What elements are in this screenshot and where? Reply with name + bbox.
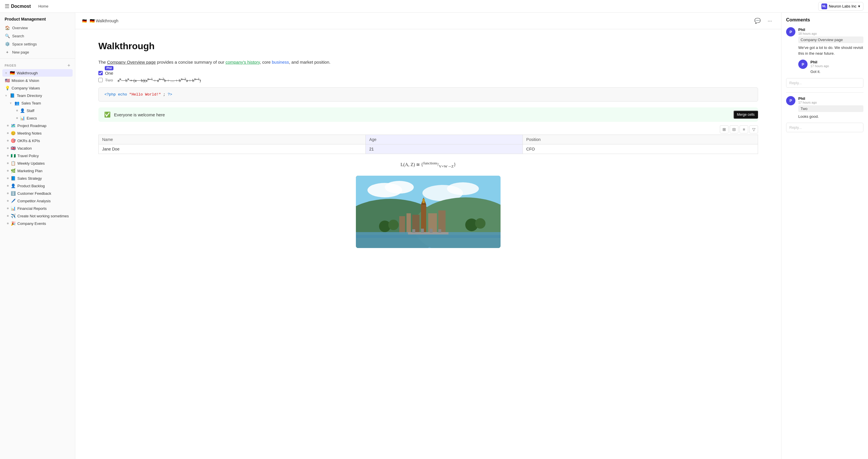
sidebar-search[interactable]: 🔍 Search bbox=[2, 32, 73, 40]
sidebar-item-customer-feedback[interactable]: ℹ️ Customer Feedback bbox=[2, 189, 73, 197]
bullet-icon bbox=[7, 200, 9, 202]
expand-icon: ▼ bbox=[5, 71, 7, 75]
events-icon: 🎉 bbox=[10, 221, 16, 226]
sidebar-item-competitor-analysis[interactable]: 🖊️ Competitor Analysis bbox=[2, 197, 73, 205]
sidebar-item-sales-team[interactable]: ▼ 👥 Sales Team bbox=[2, 99, 73, 107]
code-semicolon: ; bbox=[163, 92, 168, 97]
table-icon-grid[interactable]: ⊞ bbox=[720, 125, 728, 133]
business-link[interactable]: business bbox=[272, 60, 289, 65]
phil-tag: Phil bbox=[105, 66, 114, 70]
comment-1-reply: P Phil 17 hours ago Got it. bbox=[798, 60, 863, 75]
checkbox-one[interactable] bbox=[98, 71, 103, 75]
reply-input-1[interactable]: Reply... bbox=[786, 78, 863, 88]
sidebar-item-values[interactable]: 💡 Company Values bbox=[2, 84, 73, 92]
sidebar-new-page[interactable]: + New page bbox=[2, 48, 73, 56]
settings-label: Space settings bbox=[12, 42, 37, 46]
comment-button[interactable]: 💬 bbox=[752, 16, 763, 26]
sidebar-divider bbox=[0, 58, 75, 59]
sidebar-settings[interactable]: ⚙️ Space settings bbox=[2, 40, 73, 48]
sidebar-item-walkthrough[interactable]: ▼ 🇩🇪 Walkthrough bbox=[2, 69, 73, 77]
company-history-link[interactable]: company's history bbox=[225, 60, 259, 65]
callout-green: ✅ Everyone is welcome here bbox=[98, 108, 758, 122]
workspace-name: Neuron Labs Inc bbox=[829, 4, 857, 8]
topbar-right: NL Neuron Labs Inc ▾ bbox=[818, 2, 863, 11]
company-overview-link[interactable]: Company Overview page bbox=[107, 60, 156, 65]
check-circle-icon: ✅ bbox=[104, 112, 111, 118]
sidebar-item-travel-policy[interactable]: 🇳🇬 Travel Policy bbox=[2, 152, 73, 159]
sidebar-item-staff[interactable]: 👤 Staff bbox=[2, 107, 73, 114]
sidebar-item-weekly-updates[interactable]: 📋 Weekly Updates bbox=[2, 159, 73, 167]
reply-input-2[interactable]: Reply... bbox=[786, 123, 863, 132]
svg-rect-15 bbox=[356, 232, 500, 248]
sidebar-item-marketing-plan[interactable]: 🌿 Marketing Plan bbox=[2, 167, 73, 175]
bullet-icon bbox=[16, 117, 18, 119]
sidebar-item-team-directory[interactable]: ▼ 📘 Team Directory bbox=[2, 92, 73, 99]
checkbox-two[interactable] bbox=[98, 78, 103, 82]
col-header-age: Age bbox=[366, 135, 523, 145]
sidebar-item-sales-strategy[interactable]: 📘 Sales Strategy bbox=[2, 175, 73, 182]
feedback-icon: ℹ️ bbox=[10, 191, 16, 196]
sidebar-actions: 🏠 Overview 🔍 Search ⚙️ Space settings + … bbox=[0, 24, 75, 56]
sidebar-toggle-icon[interactable]: ☰ bbox=[5, 3, 9, 9]
mission-label: Mission & Vision bbox=[11, 79, 39, 83]
sidebar-pages: ▼ 🇩🇪 Walkthrough 🇺🇸 Mission & Vision 💡 C… bbox=[0, 69, 75, 227]
comment-text-1: We've got a lot to do. We should revisit… bbox=[798, 45, 863, 56]
sidebar: Product Management 🏠 Overview 🔍 Search ⚙… bbox=[0, 13, 75, 459]
sidebar-item-financial-reports[interactable]: 📊 Financial Reports bbox=[2, 205, 73, 212]
sidebar-item-product-backlog[interactable]: 👤 Product Backlog bbox=[2, 182, 73, 189]
doc-image bbox=[356, 176, 500, 248]
comment-body-1r: Phil 17 hours ago Got it. bbox=[810, 60, 863, 75]
comment-highlight-1: Company Overview page bbox=[798, 36, 863, 43]
doc-intro: The Company Overview page provides a con… bbox=[98, 58, 758, 66]
table-icon-rows[interactable]: ≡ bbox=[740, 125, 748, 133]
marketing-icon: 🌿 bbox=[10, 169, 16, 173]
cell-age: 21 bbox=[366, 145, 523, 154]
sidebar-item-mission[interactable]: 🇺🇸 Mission & Vision bbox=[2, 77, 73, 84]
bullet-icon bbox=[7, 215, 9, 217]
sidebar-item-project-roadmap[interactable]: 🗺️ Project Roadmap bbox=[2, 122, 73, 129]
space-title: Product Management bbox=[0, 13, 75, 24]
table-icon-filter[interactable]: ▽ bbox=[749, 125, 758, 133]
table-icon-columns[interactable]: ⊟ bbox=[730, 125, 738, 133]
execs-icon: 📊 bbox=[20, 116, 25, 120]
svg-point-4 bbox=[447, 182, 479, 195]
pages-section-label: Pages + bbox=[0, 61, 75, 69]
math-formula-center: L(A, Z) ≅ {functions/V×W→Z} bbox=[98, 161, 758, 169]
comment-thread-1: P Phil 18 hours ago Company Overview pag… bbox=[786, 27, 863, 88]
create-icon: ✈️ bbox=[10, 214, 16, 218]
bullet-icon bbox=[7, 177, 9, 179]
sidebar-item-create-not-working[interactable]: ✈️ Create Not working sometimes bbox=[2, 212, 73, 220]
nav-home[interactable]: Home bbox=[35, 3, 51, 9]
table-row: Jane Doe 21 CFO bbox=[99, 145, 758, 154]
merge-cells-button[interactable]: Merge cells bbox=[734, 111, 758, 119]
doc-title: Walkthrough bbox=[98, 41, 758, 52]
sidebar-item-execs[interactable]: 📊 Execs bbox=[2, 114, 73, 122]
sales-strategy-label: Sales Strategy bbox=[18, 176, 42, 181]
svg-point-23 bbox=[388, 220, 399, 230]
sidebar-item-okrs[interactable]: 🎯 OKRs & KPIs bbox=[2, 137, 73, 145]
code-php-open: <?php bbox=[104, 92, 118, 97]
svg-rect-16 bbox=[356, 235, 500, 238]
sidebar-item-vacation[interactable]: 🇬🇧 Vacation bbox=[2, 145, 73, 152]
product-backlog-label: Product Backlog bbox=[18, 184, 45, 188]
math-inline: an − bn = (a − b)(an−1 + an−2b + … + bn−… bbox=[118, 77, 201, 83]
table-toolbar: ⊞ ⊟ ≡ ▽ bbox=[98, 125, 758, 133]
sidebar-item-company-events[interactable]: 🎉 Company Events bbox=[2, 220, 73, 227]
okrs-label: OKRs & KPIs bbox=[18, 139, 40, 143]
sidebar-overview[interactable]: 🏠 Overview bbox=[2, 24, 73, 32]
financial-reports-label: Financial Reports bbox=[18, 206, 46, 211]
comment-2: P Phil 17 hours ago Two Looks good. bbox=[786, 96, 863, 120]
intro-text-1: The bbox=[98, 60, 107, 65]
comments-title: Comments bbox=[786, 18, 863, 23]
staff-label: Staff bbox=[27, 109, 34, 113]
comment-highlight-2: Two bbox=[798, 105, 863, 112]
workspace-selector[interactable]: NL Neuron Labs Inc ▾ bbox=[818, 2, 863, 11]
new-page-label: New page bbox=[12, 50, 29, 54]
workspace-avatar: NL bbox=[822, 3, 827, 9]
comment-avatar-2: P bbox=[786, 96, 795, 105]
chevron-down-icon: ▾ bbox=[858, 4, 860, 8]
sidebar-item-meeting-notes[interactable]: 😊 Meeting Notes bbox=[2, 129, 73, 137]
more-options-button[interactable]: ··· bbox=[765, 17, 774, 26]
add-page-icon[interactable]: + bbox=[67, 63, 70, 68]
cell-name: Jane Doe bbox=[99, 145, 366, 154]
